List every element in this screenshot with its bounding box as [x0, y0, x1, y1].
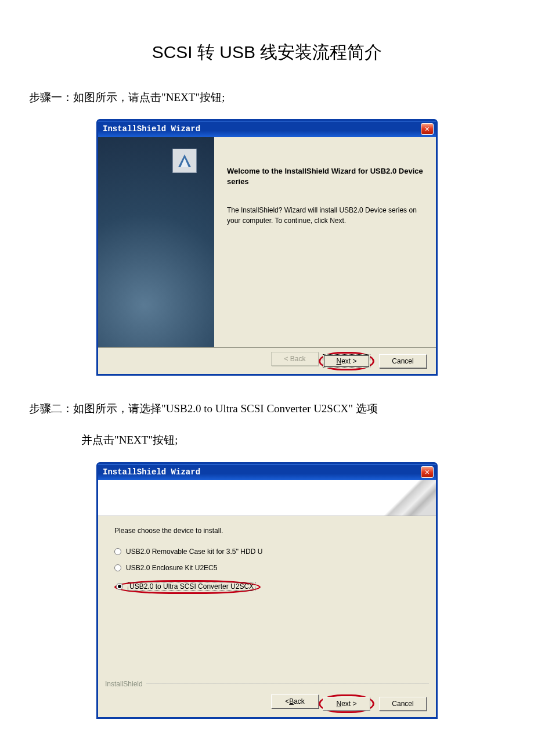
next-underline: N	[336, 700, 341, 708]
radio-icon	[114, 564, 121, 571]
back-underline: B	[289, 697, 294, 705]
wizard1-description: The InstallShield? Wizard will install U…	[227, 205, 423, 226]
next-rest: ext >	[341, 357, 356, 365]
radio-label: USB2.0 to Ultra SCSI Converter U2SCX	[128, 582, 255, 591]
installshield-footer-label: InstallShield	[105, 680, 143, 688]
back-prefix: <	[285, 697, 289, 705]
installshield-logo-icon	[172, 149, 197, 173]
radio-option-2[interactable]: USB2.0 Enclosure Kit U2EC5	[114, 564, 420, 572]
wizard2-prompt: Please choose the device to install.	[114, 527, 420, 535]
step1-text: 步骤一：如图所示，请点击"NEXT"按钮;	[29, 88, 505, 107]
wizard1-title: InstallShield Wizard	[103, 124, 421, 134]
back-rest: ack	[294, 697, 305, 705]
cancel-button[interactable]: Cancel	[379, 354, 427, 368]
cancel-button[interactable]: Cancel	[379, 697, 427, 711]
radio-icon	[114, 548, 121, 555]
footer-divider	[146, 683, 429, 684]
next-rest: ext >	[341, 700, 356, 708]
close-button[interactable]: ✕	[421, 123, 434, 135]
next-underline: N	[336, 357, 341, 365]
wizard2-titlebar: InstallShield Wizard ✕	[98, 464, 436, 480]
radio-option-1[interactable]: USB2.0 Removable Case kit for 3.5'' HDD …	[114, 548, 420, 556]
step2-text-line1: 步骤二：如图所示，请选择"USB2.0 to Ultra SCSI Conver…	[29, 399, 505, 419]
radio-label: USB2.0 Enclosure Kit U2EC5	[126, 564, 217, 572]
wizard2-title: InstallShield Wizard	[103, 467, 421, 477]
close-icon: ✕	[425, 124, 430, 134]
wizard1-titlebar: InstallShield Wizard ✕	[98, 121, 436, 137]
wizard1-window: InstallShield Wizard ✕ Welcome to the In…	[96, 119, 438, 376]
close-button[interactable]: ✕	[421, 466, 434, 478]
wizard1-heading: Welcome to the InstallShield Wizard for …	[227, 166, 423, 187]
radio-label: USB2.0 Removable Case kit for 3.5'' HDD …	[126, 548, 262, 556]
wizard1-sidebar-graphic	[98, 137, 214, 347]
next-button[interactable]: Next >	[323, 354, 370, 368]
back-button: < Back	[271, 352, 319, 366]
back-button[interactable]: < Back	[271, 694, 319, 708]
radio-icon	[116, 583, 123, 590]
document-title: SCSI 转 USB 线安装流程简介	[29, 41, 505, 64]
next-button-highlight: Next >	[319, 694, 374, 713]
next-button[interactable]: Next >	[323, 697, 370, 711]
step2-text-line2: 并点击"NEXT"按钮;	[29, 430, 505, 450]
close-icon: ✕	[425, 467, 430, 477]
wizard2-window: InstallShield Wizard ✕ Please choose the…	[96, 462, 438, 719]
radio-option-3[interactable]: USB2.0 to Ultra SCSI Converter U2SCX	[116, 582, 255, 591]
radio-option-3-highlight: USB2.0 to Ultra SCSI Converter U2SCX	[114, 580, 261, 594]
next-button-highlight: Next >	[319, 352, 374, 370]
wizard2-header-graphic	[98, 480, 436, 516]
